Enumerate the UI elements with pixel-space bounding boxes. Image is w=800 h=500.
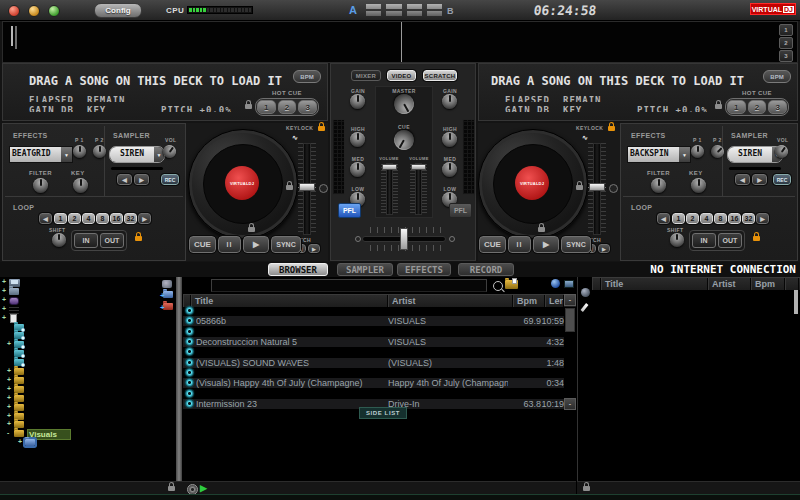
fader-handle[interactable] <box>382 164 397 170</box>
sidelist-column-bpm[interactable]: Bpm <box>751 278 785 290</box>
tree-item[interactable]: + <box>0 368 176 377</box>
pitch-reset-button[interactable] <box>319 184 328 193</box>
loop-halve-button[interactable]: ◀ <box>657 213 670 224</box>
tab-mixer[interactable]: MIXER <box>351 70 381 81</box>
track-row[interactable] <box>183 347 564 357</box>
pause-button[interactable]: II <box>508 236 531 253</box>
sample-prev-button[interactable]: ◀ <box>117 174 132 185</box>
tree-expander[interactable]: + <box>7 394 14 403</box>
loop-in-button[interactable]: IN <box>74 233 98 248</box>
tree-expander[interactable]: + <box>7 403 14 412</box>
loop-shift-knob[interactable] <box>670 233 684 247</box>
loop-length-button-32[interactable]: 32 <box>124 213 137 224</box>
effect-select[interactable]: BEATGRID▼ <box>9 146 73 163</box>
list-scrollbar-thumb[interactable] <box>565 308 575 332</box>
list-scroll-up[interactable]: - <box>564 294 576 306</box>
wave-view-button-3[interactable]: 3 <box>779 50 793 62</box>
sample-prev-button[interactable]: ◀ <box>735 174 750 185</box>
tree-expander[interactable]: + <box>2 278 9 287</box>
tree-expander[interactable]: + <box>2 314 9 323</box>
wave-zoom-button[interactable] <box>427 4 442 16</box>
effect-param2-knob[interactable] <box>708 142 726 160</box>
loop-out-button[interactable]: OUT <box>100 233 124 248</box>
pitch-up-button[interactable]: ▶ <box>308 244 320 253</box>
bpm-button[interactable]: BPM <box>763 70 791 83</box>
wave-zoom-button[interactable] <box>407 4 422 16</box>
tree-expander[interactable]: + <box>2 305 9 314</box>
right-high-knob[interactable] <box>442 132 457 147</box>
crates-icon[interactable] <box>564 280 574 288</box>
key-knob[interactable] <box>691 178 706 193</box>
sidelist-column-title[interactable]: Title <box>601 278 708 290</box>
loop-length-button-4[interactable]: 4 <box>82 213 95 224</box>
pitch-up-button[interactable]: ▶ <box>598 244 610 253</box>
pitch-slider[interactable] <box>298 143 316 235</box>
pitch-slider-handle[interactable] <box>589 183 605 191</box>
tab-video[interactable]: VIDEO <box>387 70 416 81</box>
open-folder-icon[interactable] <box>505 280 518 289</box>
tree-expander[interactable]: - <box>7 429 14 438</box>
maximize-button[interactable] <box>48 5 60 17</box>
close-button[interactable] <box>8 5 20 17</box>
tab-scratch[interactable]: SCRATCH <box>423 70 457 81</box>
tree-expander[interactable]: + <box>2 287 9 296</box>
play-button[interactable]: ▶ <box>533 236 559 253</box>
right-gain-knob[interactable] <box>442 94 457 109</box>
loop-shift-knob[interactable] <box>52 233 66 247</box>
bpm-button[interactable]: BPM <box>293 70 321 83</box>
sync-button[interactable]: SYNC <box>271 236 301 253</box>
loop-length-button-16[interactable]: 16 <box>728 213 741 224</box>
crossfader[interactable] <box>356 227 452 251</box>
tree-item[interactable]: + <box>0 404 176 413</box>
sync-button[interactable]: SYNC <box>561 236 591 253</box>
config-button[interactable]: Config <box>94 3 142 18</box>
tree-expander[interactable]: + <box>7 340 14 349</box>
tree-item[interactable]: + <box>0 279 176 288</box>
sample-rec-button[interactable]: REC <box>773 174 791 185</box>
wave-zoom-button[interactable] <box>386 4 401 16</box>
tree-item[interactable] <box>0 350 176 359</box>
loop-length-button-1[interactable]: 1 <box>672 213 685 224</box>
loop-out-button[interactable]: OUT <box>718 233 742 248</box>
loop-length-button-4[interactable]: 4 <box>700 213 713 224</box>
tree-expander[interactable]: + <box>7 385 14 394</box>
automix-globe-icon[interactable] <box>581 288 590 297</box>
pfl-right-button[interactable]: PFL <box>449 203 472 218</box>
hot-cue-button-2[interactable]: 2 <box>748 100 767 114</box>
hot-cue-button-3[interactable]: 3 <box>768 100 787 114</box>
loop-halve-button[interactable]: ◀ <box>39 213 52 224</box>
track-row[interactable]: (Visuals) Happy 4th Of July (Champagne)H… <box>183 378 564 388</box>
pitch-slider[interactable] <box>588 143 606 235</box>
filter-knob[interactable] <box>33 178 48 193</box>
tree-expander[interactable]: + <box>7 376 14 385</box>
sidelist-tab[interactable]: SIDE LIST <box>359 407 407 419</box>
cue-button[interactable]: CUE <box>189 236 216 253</box>
network-icon[interactable] <box>162 280 172 288</box>
loop-length-button-2[interactable]: 2 <box>68 213 81 224</box>
sample-next-button[interactable]: ▶ <box>134 174 149 185</box>
tree-expander[interactable]: + <box>7 367 14 376</box>
hot-cue-button-2[interactable]: 2 <box>278 100 297 114</box>
sidelist-play-icon[interactable]: ▶ <box>200 483 210 493</box>
tree-item[interactable]: + <box>0 386 176 395</box>
track-row[interactable]: (VISUALS) SOUND WAVES(VISUALS)1:48 <box>183 358 564 368</box>
sidelist-column-blank[interactable] <box>592 278 601 290</box>
wave-view-button-2[interactable]: 2 <box>779 37 793 49</box>
netsearch-icon[interactable] <box>551 279 560 288</box>
add-favorite-folder-icon[interactable]: + <box>163 291 173 298</box>
loop-double-button[interactable]: ▶ <box>756 213 769 224</box>
cue-button[interactable]: CUE <box>479 236 506 253</box>
tab-sampler[interactable]: SAMPLER <box>337 263 393 276</box>
tree-expander[interactable]: + <box>7 412 14 421</box>
jog-wheel[interactable]: VIRTUALDJ <box>188 129 298 239</box>
tab-browser[interactable]: BROWSER <box>268 263 328 276</box>
key-knob[interactable] <box>73 178 88 193</box>
effect-param2-knob[interactable] <box>93 145 106 158</box>
tree-item[interactable] <box>0 332 176 341</box>
hot-cue-button-3[interactable]: 3 <box>298 100 317 114</box>
tree-item[interactable] <box>0 324 176 333</box>
tree-expander[interactable]: + <box>7 420 14 429</box>
loop-length-button-32[interactable]: 32 <box>742 213 755 224</box>
chevron-down-icon[interactable]: ▼ <box>679 147 690 162</box>
tree-expander[interactable]: + <box>18 438 25 447</box>
